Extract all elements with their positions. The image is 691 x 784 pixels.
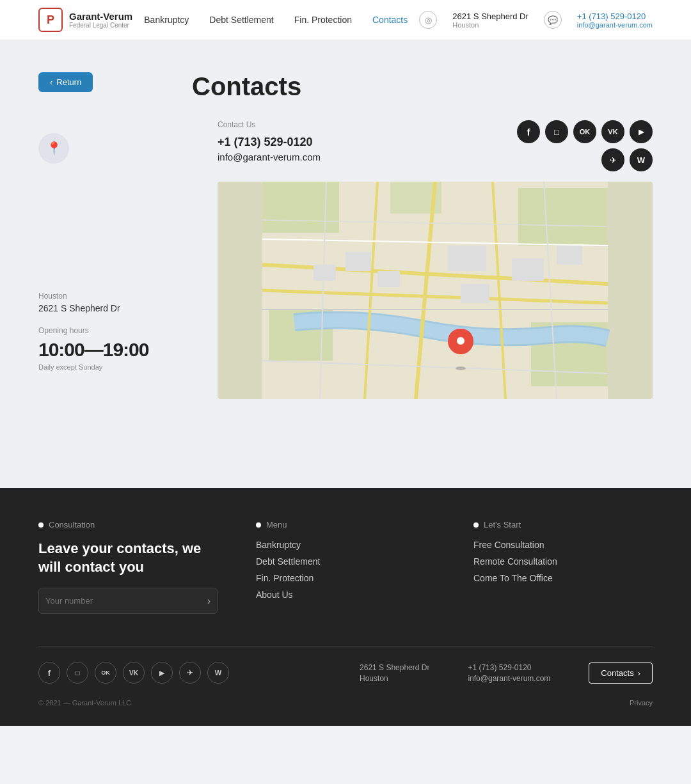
svg-rect-21 [557, 246, 582, 265]
vk-icon[interactable]: VK [601, 120, 624, 143]
footer-facebook-icon[interactable]: f [38, 662, 60, 684]
header-contact-info: ◎ 2621 S Shepherd Dr Houston 💬 +1 (713) … [419, 11, 653, 29]
header-address: 2621 S Shepherd Dr Houston [452, 12, 528, 29]
footer-whatsapp-icon[interactable]: W [207, 662, 229, 684]
logo-title: Garant-Verum [69, 11, 132, 22]
logo[interactable]: P Garant-Verum Federal Legal Center [38, 8, 132, 32]
lets-start-remote-consultation[interactable]: Remote Consultation [473, 556, 653, 567]
footer-contacts-btn-label: Contacts [601, 668, 633, 678]
svg-rect-23 [377, 271, 400, 287]
header-city-value: Houston [452, 21, 528, 29]
consultation-label: Consultation [49, 520, 95, 529]
footer-address: 2621 S Shepherd Dr Houston [360, 663, 429, 683]
return-label: Return [56, 77, 81, 87]
svg-point-24 [456, 366, 466, 370]
header: P Garant-Verum Federal Legal Center Bank… [0, 0, 691, 40]
svg-point-25 [457, 337, 465, 345]
footer-dot-1 [38, 522, 44, 528]
footer-email-value: info@garant-verum.com [468, 674, 550, 683]
youtube-icon[interactable]: ▶ [630, 120, 653, 143]
footer-telegram-icon[interactable]: ✈ [179, 662, 201, 684]
instagram-icon[interactable]: □ [545, 120, 568, 143]
footer-city-value: Houston [360, 674, 429, 683]
hours-note: Daily except Sunday [38, 363, 192, 371]
phone-input-row: › [38, 588, 218, 614]
header-phone-email: +1 (713) 529-0120 info@garant-verum.com [577, 12, 653, 29]
phone-input[interactable] [45, 588, 207, 613]
menu-item-about[interactable]: About Us [256, 590, 435, 600]
footer-instagram-icon[interactable]: □ [67, 662, 88, 684]
nav-fin-protection[interactable]: Fin. Protection [294, 15, 352, 25]
copyright: © 2021 — Garant-Verum LLC [38, 699, 131, 707]
lets-start-come-to-office[interactable]: Come To The Office [473, 573, 653, 583]
chevron-left-icon: ‹ [50, 77, 52, 87]
footer-bottom: f □ OK VK ▶ ✈ W 2621 S Shepherd Dr Houst… [38, 646, 653, 690]
privacy-link[interactable]: Privacy [630, 699, 653, 707]
footer-top: Consultation Leave your contacts, we wil… [38, 520, 653, 614]
footer-lets-start: Let's Start Free Consultation Remote Con… [473, 520, 653, 614]
header-email: info@garant-verum.com [577, 21, 653, 29]
map[interactable] [218, 182, 653, 399]
whatsapp-icon[interactable]: W [630, 148, 653, 171]
contact-phone: +1 (713) 529-0120 [218, 136, 321, 149]
header-address-value: 2621 S Shepherd Dr [452, 12, 528, 21]
return-button[interactable]: ‹ Return [38, 72, 93, 92]
svg-rect-1 [262, 182, 339, 233]
main-nav: Bankruptcy Debt Settlement Fin. Protecti… [144, 15, 408, 25]
city-label: Houston [38, 292, 192, 301]
nav-debt-settlement[interactable]: Debt Settlement [209, 15, 273, 25]
hours-value: 10:00—19:00 [38, 339, 192, 361]
location-pin-icon: 📍 [38, 133, 69, 164]
phone-submit-button[interactable]: › [207, 595, 210, 607]
chevron-right-icon: › [638, 668, 640, 678]
footer-address-value: 2621 S Shepherd Dr [360, 663, 429, 672]
logo-subtitle: Federal Legal Center [69, 22, 132, 29]
social-icons-group: f □ OK VK ▶ ✈ W [517, 120, 653, 171]
menu-item-fin-protection[interactable]: Fin. Protection [256, 573, 435, 583]
left-panel: 📍 Houston 2621 S Shepherd Dr Opening hou… [38, 120, 192, 399]
menu-item-bankruptcy[interactable]: Bankruptcy [256, 540, 435, 550]
menu-item-debt-settlement[interactable]: Debt Settlement [256, 556, 435, 567]
opening-hours-label: Opening hours [38, 326, 192, 335]
odnoklassniki-icon[interactable]: OK [573, 120, 596, 143]
facebook-icon[interactable]: f [517, 120, 540, 143]
footer-contacts-button[interactable]: Contacts › [589, 662, 653, 684]
contact-email: info@garant-verum.com [218, 152, 321, 162]
svg-rect-18 [346, 252, 371, 271]
svg-rect-20 [512, 258, 544, 281]
contact-details: Contact Us +1 (713) 529-0120 info@garant… [218, 120, 321, 173]
city-address: 2621 S Shepherd Dr [38, 303, 192, 313]
contact-us-label: Contact Us [218, 120, 321, 129]
right-panel: Contact Us +1 (713) 529-0120 info@garant… [218, 120, 653, 399]
svg-rect-22 [461, 284, 489, 303]
header-phone: +1 (713) 529-0120 [577, 12, 653, 21]
footer-youtube-icon[interactable]: ▶ [151, 662, 173, 684]
lets-start-label: Let's Start [484, 520, 521, 529]
logo-icon: P [38, 8, 63, 32]
svg-rect-17 [448, 246, 486, 271]
location-icon: ◎ [419, 11, 437, 29]
svg-rect-19 [314, 265, 336, 281]
address-info: Houston 2621 S Shepherd Dr Opening hours… [38, 292, 192, 371]
footer-bar: © 2021 — Garant-Verum LLC Privacy [38, 690, 653, 707]
footer-phone-value: +1 (713) 529-0120 [468, 663, 550, 672]
footer-consultation: Consultation Leave your contacts, we wil… [38, 520, 218, 614]
nav-bankruptcy[interactable]: Bankruptcy [144, 15, 189, 25]
footer-headline: Leave your contacts, we will contact you [38, 540, 218, 576]
footer-contact: +1 (713) 529-0120 info@garant-verum.com [468, 663, 550, 683]
lets-start-free-consultation[interactable]: Free Consultation [473, 540, 653, 550]
nav-contacts[interactable]: Contacts [372, 15, 408, 25]
contacts-layout: 📍 Houston 2621 S Shepherd Dr Opening hou… [38, 120, 653, 399]
footer: Consultation Leave your contacts, we wil… [0, 488, 691, 726]
footer-menu: Menu Bankruptcy Debt Settlement Fin. Pro… [256, 520, 435, 614]
page-title: Contacts [192, 72, 653, 101]
menu-label: Menu [266, 520, 287, 529]
footer-dot-2 [256, 522, 261, 528]
footer-vk-icon[interactable]: VK [123, 662, 145, 684]
footer-bottom-info: 2621 S Shepherd Dr Houston +1 (713) 529-… [360, 662, 653, 684]
telegram-icon[interactable]: ✈ [601, 148, 624, 171]
chat-icon: 💬 [544, 11, 562, 29]
main-content: ‹ Return Contacts 📍 Houston 2621 S Sheph… [0, 40, 691, 488]
footer-odnoklassniki-icon[interactable]: OK [95, 662, 116, 684]
footer-dot-3 [473, 522, 479, 528]
